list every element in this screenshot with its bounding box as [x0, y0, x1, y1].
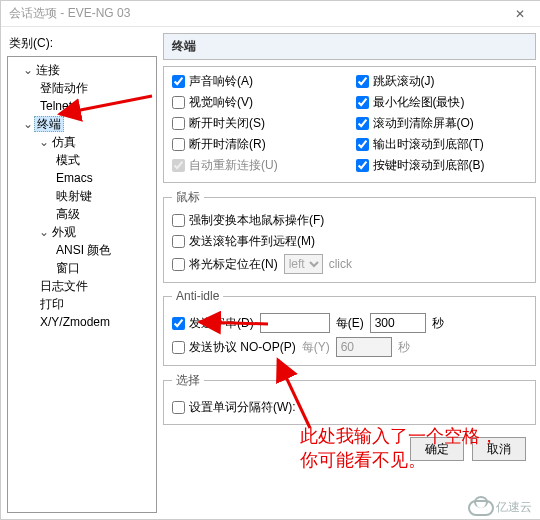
input-interval-y — [336, 337, 392, 357]
title-bar: 会话选项 - EVE-NG 03 ✕ — [1, 1, 540, 27]
tree-emacs[interactable]: Emacs — [54, 171, 95, 185]
group-mouse: 鼠标 强制变换本地鼠标操作(F) 发送滚轮事件到远程(M) 将光标定位在(N) … — [163, 189, 536, 283]
group-top: 声音响铃(A) 跳跃滚动(J) 视觉响铃(V) 最小化绘图(最快) 断开时关闭(… — [163, 66, 536, 183]
group-select: 选择 设置单词分隔符(W): — [163, 372, 536, 425]
sel-mouse-side: left — [284, 254, 323, 274]
tree-mode[interactable]: 模式 — [54, 153, 82, 167]
tree-window[interactable]: 窗口 — [54, 261, 82, 275]
input-interval-e[interactable] — [370, 313, 426, 333]
lbl-click: click — [329, 257, 352, 271]
tree-terminal[interactable]: 终端 — [34, 116, 64, 132]
legend-mouse: 鼠标 — [172, 189, 204, 206]
close-icon[interactable]: ✕ — [508, 7, 532, 21]
group-anti-idle: Anti-idle 发送字串(D) 每(E) 秒 发送协议 NO-OP(P) 每… — [163, 289, 536, 366]
tree-ansi[interactable]: ANSI 颜色 — [54, 243, 113, 257]
ck-send-wheel[interactable] — [172, 235, 185, 248]
panel-header: 终端 — [163, 33, 536, 60]
tree-print[interactable]: 打印 — [38, 297, 66, 311]
window-title: 会话选项 - EVE-NG 03 — [9, 5, 508, 22]
ck-scroll-clear[interactable] — [356, 117, 369, 130]
ck-min-draw[interactable] — [356, 96, 369, 109]
tree-adv[interactable]: 高级 — [54, 207, 82, 221]
chevron-down-icon[interactable]: ⌄ — [38, 133, 50, 151]
tree-log[interactable]: 日志文件 — [38, 279, 90, 293]
lbl-every-y: 每(Y) — [302, 339, 330, 356]
chevron-down-icon[interactable]: ⌄ — [22, 115, 34, 133]
lbl-every-e: 每(E) — [336, 315, 364, 332]
chevron-down-icon[interactable]: ⌄ — [22, 61, 34, 79]
chevron-down-icon[interactable]: ⌄ — [38, 223, 50, 241]
lbl-sec2: 秒 — [398, 339, 410, 356]
ck-close-disc[interactable] — [172, 117, 185, 130]
tree-login[interactable]: 登陆动作 — [38, 81, 90, 95]
lbl-sec1: 秒 — [432, 315, 444, 332]
category-label: 类别(C): — [9, 35, 157, 52]
cloud-icon — [466, 498, 492, 516]
cancel-button[interactable]: 取消 — [472, 437, 526, 461]
category-tree[interactable]: ⌄连接 登陆动作 Telnet ⌄终端 ⌄仿真 模式 Emacs 映射键 高级 … — [7, 56, 157, 513]
legend-anti: Anti-idle — [172, 289, 223, 303]
ck-scroll-key[interactable] — [356, 159, 369, 172]
watermark: 亿速云 — [466, 498, 532, 516]
tree-xyz[interactable]: X/Y/Zmodem — [38, 315, 112, 329]
tree-keys[interactable]: 映射键 — [54, 189, 94, 203]
legend-select: 选择 — [172, 372, 204, 389]
ck-jump-scroll[interactable] — [356, 75, 369, 88]
tree-telnet[interactable]: Telnet — [38, 99, 74, 113]
ck-send-string[interactable] — [172, 317, 185, 330]
tree-appearance[interactable]: 外观 — [50, 225, 78, 239]
ck-visual-bell[interactable] — [172, 96, 185, 109]
ck-force-mouse[interactable] — [172, 214, 185, 227]
tree-emu[interactable]: 仿真 — [50, 135, 78, 149]
ck-scroll-output[interactable] — [356, 138, 369, 151]
ck-sound-bell[interactable] — [172, 75, 185, 88]
ck-cursor-pos[interactable] — [172, 258, 185, 271]
ck-noop[interactable] — [172, 341, 185, 354]
ok-button[interactable]: 确定 — [410, 437, 464, 461]
input-send-string[interactable] — [260, 313, 330, 333]
ck-clear-disc[interactable] — [172, 138, 185, 151]
ck-auto-reconnect — [172, 159, 185, 172]
ck-word-sep[interactable] — [172, 401, 185, 414]
tree-connect[interactable]: 连接 — [34, 63, 62, 77]
